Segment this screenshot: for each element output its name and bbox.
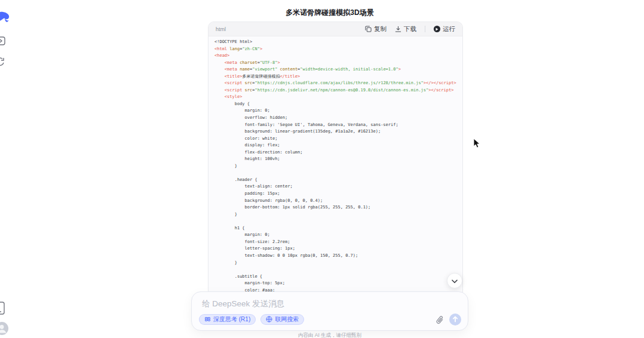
code-line: height: 100vh; — [214, 156, 456, 163]
scroll-to-bottom-button[interactable] — [447, 273, 462, 288]
copy-button[interactable]: 复制 — [365, 25, 387, 33]
mobile-app-icon[interactable] — [0, 302, 5, 317]
sidebar-toggle-icon[interactable] — [0, 36, 5, 48]
code-line: margin-top: 5px; — [214, 280, 456, 287]
code-line: padding: 15px; — [214, 190, 456, 198]
code-line: color: white; — [214, 136, 456, 143]
code-line: <title>多米诺骨牌碰撞模拟</title> — [214, 73, 456, 81]
send-button[interactable] — [449, 314, 461, 325]
atom-icon — [204, 316, 211, 324]
code-line: <html lang="zh-CN"> — [214, 46, 456, 53]
code-line: margin: 0; — [214, 232, 456, 239]
profile-avatar[interactable] — [0, 321, 9, 338]
code-line: overflow: hidden; — [214, 115, 456, 122]
code-line: body { — [214, 101, 456, 108]
code-content[interactable]: <!DOCTYPE html><html lang="zh-CN"><head>… — [208, 36, 462, 302]
code-line: <script src="https://cdnjs.cloudflare.co… — [214, 80, 456, 87]
toolbar-divider — [425, 26, 425, 32]
message-input[interactable]: 给 DeepSeek 发送消息 — [202, 299, 284, 309]
code-line — [214, 170, 456, 177]
code-line: } — [214, 163, 456, 170]
code-line — [214, 218, 456, 225]
code-language-label: html — [216, 26, 226, 32]
new-chat-icon[interactable] — [0, 57, 5, 70]
code-line: .subtitle { — [214, 274, 456, 281]
run-icon — [434, 26, 440, 32]
code-line: .header { — [214, 177, 456, 184]
code-line: <meta charset="UTF-8"> — [214, 60, 456, 67]
download-label: 下载 — [404, 25, 416, 33]
deepthink-toggle[interactable]: 深度思考 (R1) — [199, 314, 256, 325]
code-line: <meta name="viewport" content="width=dev… — [214, 66, 456, 73]
code-line: text-shadow: 0 0 10px rgba(0, 150, 255, … — [214, 253, 456, 260]
arrow-up-icon — [452, 315, 458, 324]
deepthink-label: 深度思考 (R1) — [213, 315, 250, 324]
paperclip-icon[interactable] — [436, 315, 444, 324]
web-search-toggle[interactable]: 联网搜索 — [260, 314, 304, 325]
run-button[interactable]: 运行 — [434, 25, 455, 33]
code-block: html 复制 下载 — [208, 21, 463, 302]
mouse-cursor — [473, 138, 481, 151]
code-line: font-family: 'Segoe UI', Tahoma, Geneva,… — [214, 122, 456, 129]
deepseek-app: 多米诺骨牌碰撞模拟3D场景 html 复制 — [0, 0, 644, 338]
code-line: background: linear-gradient(135deg, #1a1… — [214, 128, 456, 136]
code-line — [214, 266, 456, 274]
copy-icon — [365, 26, 372, 32]
code-line: h1 { — [214, 225, 456, 232]
run-label: 运行 — [443, 25, 455, 33]
download-button[interactable]: 下载 — [395, 25, 416, 33]
copy-label: 复制 — [374, 25, 387, 33]
globe-icon — [266, 316, 272, 324]
code-line: text-align: center; — [214, 183, 456, 190]
download-icon — [395, 26, 401, 32]
code-line: } — [214, 260, 456, 267]
code-line: display: flex; — [214, 142, 456, 149]
message-composer: 给 DeepSeek 发送消息 深度思考 (R1) — [191, 291, 468, 331]
code-line: font-size: 2.2rem; — [214, 239, 456, 246]
code-block-header: html 复制 下载 — [208, 22, 462, 36]
code-line: margin: 0; — [214, 107, 456, 115]
ai-disclaimer: 内容由 AI 生成，请仔细甄别 — [191, 332, 468, 338]
code-line: <script src="https://cdn.jsdelivr.net/np… — [214, 87, 456, 94]
code-line: flex-direction: column; — [214, 149, 456, 156]
chevron-down-icon — [452, 276, 458, 285]
page-title: 多米诺骨牌碰撞模拟3D场景 — [191, 8, 468, 18]
code-line: <style> — [214, 94, 456, 101]
code-line: border-bottom: 1px solid rgba(255, 255, … — [214, 204, 456, 211]
code-line: letter-spacing: 1px; — [214, 245, 456, 253]
code-line: <head> — [214, 53, 456, 60]
web-search-label: 联网搜索 — [275, 315, 299, 324]
code-line: } — [214, 211, 456, 219]
code-line: background: rgba(0, 0, 0, 0.4); — [214, 198, 456, 205]
deepseek-logo-icon[interactable] — [0, 11, 10, 26]
code-line: <!DOCTYPE html> — [214, 39, 456, 46]
